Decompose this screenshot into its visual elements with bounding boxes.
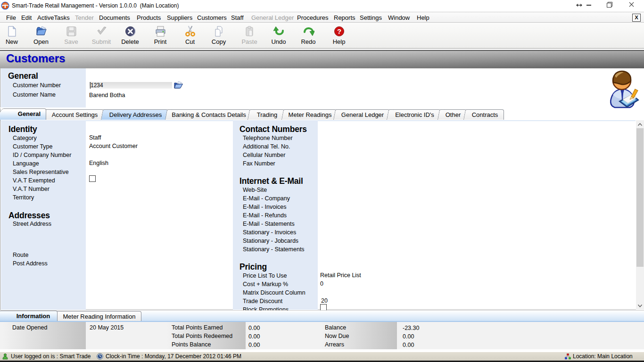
svg-text:?: ? bbox=[337, 27, 341, 35]
